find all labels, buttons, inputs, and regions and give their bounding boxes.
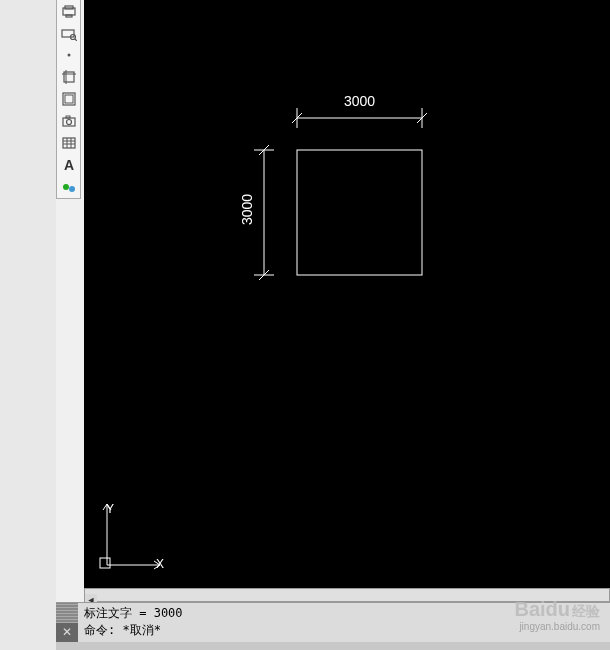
tool-camera[interactable] [57, 110, 80, 132]
dimension-vertical-text: 3000 [239, 194, 255, 225]
command-close-button[interactable]: ✕ [56, 623, 78, 643]
camera-icon [61, 113, 77, 129]
ucs-y-label: Y [106, 502, 114, 516]
command-handle[interactable]: ✕ [56, 603, 78, 642]
tool-point[interactable] [57, 44, 80, 66]
svg-rect-36 [100, 558, 110, 568]
dimension-horizontal-text: 3000 [344, 93, 375, 109]
command-window: ✕ 标注文字 = 3000 命令: *取消* [56, 602, 610, 642]
tool-crop-rect[interactable] [57, 66, 80, 88]
ucs-x-label: X [156, 557, 164, 571]
circles-icon [61, 179, 77, 195]
tool-table[interactable] [57, 132, 80, 154]
command-line-2: 命令: *取消* [84, 622, 604, 639]
svg-point-21 [63, 184, 69, 190]
horizontal-scrollbar[interactable]: ◄ [84, 588, 610, 602]
crop-rect-icon [61, 69, 77, 85]
crop-frame-icon [61, 91, 77, 107]
svg-text:A: A [63, 157, 73, 173]
svg-rect-2 [66, 15, 72, 17]
svg-rect-23 [297, 150, 422, 275]
svg-rect-3 [62, 30, 74, 37]
svg-point-6 [67, 54, 70, 57]
tool-circles[interactable] [57, 176, 80, 198]
svg-rect-15 [63, 138, 75, 148]
command-line-1: 标注文字 = 3000 [84, 605, 604, 622]
svg-rect-14 [66, 116, 70, 118]
point-icon [61, 47, 77, 63]
toolbar: A [56, 0, 81, 199]
table-icon [61, 135, 77, 151]
tool-plot-preview[interactable] [57, 22, 80, 44]
drawing-svg [84, 0, 610, 588]
svg-line-5 [75, 39, 77, 41]
svg-rect-11 [65, 95, 73, 103]
svg-point-22 [69, 186, 75, 192]
command-text[interactable]: 标注文字 = 3000 命令: *取消* [78, 603, 610, 642]
grip-icon [56, 603, 78, 623]
left-gutter [0, 0, 56, 650]
tool-crop-frame[interactable] [57, 88, 80, 110]
svg-point-13 [66, 120, 71, 125]
plot-icon [61, 3, 77, 19]
drawing-canvas[interactable]: 3000 3000 Y X [84, 0, 610, 588]
text-icon: A [61, 157, 77, 173]
status-bar [56, 642, 610, 650]
tool-plot[interactable] [57, 0, 80, 22]
tool-text[interactable]: A [57, 154, 80, 176]
plot-preview-icon [61, 25, 77, 41]
